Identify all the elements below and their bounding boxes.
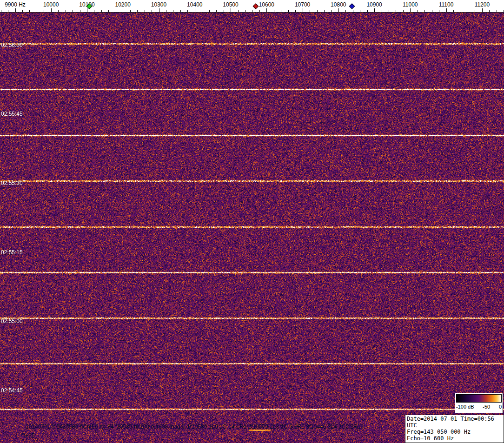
ruler-tick-label: 10500	[223, 1, 238, 8]
time-label: 02:55:30	[1, 180, 23, 186]
ruler-minor-tick	[453, 10, 454, 12]
info-date-time: Date=2014-07-01 Time=00:56 UTC	[407, 416, 502, 429]
ruler-minor-tick	[382, 10, 382, 12]
info-echo: Echo=10 600 Hz	[407, 435, 502, 442]
ruler-minor-tick	[80, 10, 80, 12]
ruler-minor-tick	[202, 10, 202, 12]
ruler-minor-tick	[22, 10, 23, 12]
ruler-minor-tick	[281, 10, 281, 12]
ruler-minor-tick	[37, 10, 37, 12]
ruler-minor-tick	[130, 10, 131, 12]
ruler-minor-tick	[367, 10, 368, 12]
ruler-minor-tick	[224, 10, 224, 12]
spectrogram-area: 02:56:0002:55:4502:55:3002:55:1502:55:00…	[0, 13, 504, 443]
ruler-minor-tick	[274, 10, 274, 12]
time-label: 02:54:45	[1, 387, 23, 394]
ruler-major-tick	[303, 8, 303, 12]
ruler-minor-tick	[331, 10, 332, 12]
ruler-minor-tick	[145, 10, 145, 12]
ruler-minor-tick	[389, 10, 389, 12]
time-label: 02:55:15	[1, 249, 23, 256]
ruler-minor-tick	[317, 10, 318, 12]
ruler-minor-tick	[353, 10, 353, 12]
ruler-tick-label: 10000	[43, 1, 59, 8]
ruler-minor-tick	[137, 10, 138, 12]
ruler-minor-tick	[8, 10, 8, 12]
ruler-minor-tick	[101, 10, 102, 12]
ruler-minor-tick	[360, 10, 360, 12]
time-label: 02:55:45	[1, 111, 23, 117]
ruler-minor-tick	[238, 10, 239, 12]
db-scale-legend: -100 dB -50 0	[455, 393, 503, 413]
time-label: 02:56:00	[1, 42, 23, 48]
ruler-minor-tick	[468, 10, 468, 12]
ruler-minor-tick	[94, 10, 94, 12]
ruler-minor-tick	[116, 10, 116, 12]
red-diamond-marker[interactable]	[253, 3, 259, 9]
ruler-minor-tick	[29, 10, 30, 12]
ruler-minor-tick	[166, 10, 166, 12]
ruler-minor-tick	[1, 10, 1, 12]
ruler-tick-label: 10400	[187, 1, 202, 8]
ruler-tick-label: 10300	[151, 1, 166, 8]
info-frequency: Freq=143 050 000 Hz	[407, 429, 502, 435]
legend-label-max: 0	[499, 404, 502, 410]
ruler-major-tick	[15, 8, 16, 12]
ruler-tick-label: 9900 Hz	[5, 1, 26, 8]
blue-diamond-marker[interactable]	[349, 3, 355, 9]
ruler-minor-tick	[259, 10, 260, 12]
ruler-tick-label: 10700	[295, 1, 310, 8]
ruler-major-tick	[195, 8, 195, 12]
ruler-major-tick	[123, 8, 123, 12]
ruler-major-tick	[266, 8, 267, 12]
ruler-minor-tick	[403, 10, 404, 12]
ruler-major-tick	[338, 8, 339, 12]
spectrogram-canvas[interactable]	[0, 13, 504, 443]
ruler-minor-tick	[180, 10, 181, 12]
ruler-minor-tick	[187, 10, 188, 12]
db-scale-labels: -100 dB -50 0	[456, 404, 502, 410]
ruler-minor-tick	[252, 10, 252, 12]
time-label: 02:55:00	[1, 318, 23, 324]
ruler-minor-tick	[310, 10, 310, 12]
ruler-tick-label: 11200	[475, 1, 490, 8]
ruler-tick-label: 10200	[115, 1, 131, 8]
ruler-minor-tick	[418, 10, 418, 12]
ruler-minor-tick	[424, 10, 425, 12]
detection-annotation: 20140701005435580 hCnt56 nb-84 f10589 hi…	[26, 423, 364, 430]
frequency-ruler[interactable]: 9900 Hz100001010010200103001040010500106…	[0, 0, 504, 13]
ruler-minor-tick	[152, 10, 152, 12]
ruler-tick-label: 10800	[331, 1, 346, 8]
ruler-minor-tick	[58, 10, 59, 12]
ruler-minor-tick	[245, 10, 245, 12]
ruler-minor-tick	[489, 10, 490, 12]
ruler-minor-tick	[461, 10, 461, 12]
ruler-minor-tick	[396, 10, 396, 12]
ruler-major-tick	[87, 8, 87, 12]
ruler-tick-label: 10900	[366, 1, 382, 8]
observation-info-box: Date=2014-07-01 Time=00:56 UTC Freq=143 …	[405, 415, 504, 443]
colormap-gradient	[456, 394, 502, 403]
ruler-tick-label: 11100	[439, 1, 454, 8]
ruler-tick-label: 11000	[403, 1, 418, 8]
ruler-major-tick	[482, 8, 483, 12]
ruler-minor-tick	[324, 10, 325, 12]
ruler-minor-tick	[66, 10, 66, 12]
ruler-minor-tick	[497, 10, 497, 12]
ruler-tick-label: 10600	[259, 1, 274, 8]
ruler-minor-tick	[288, 10, 289, 12]
ruler-minor-tick	[73, 10, 73, 12]
ruler-major-tick	[446, 8, 447, 12]
ruler-minor-tick	[216, 10, 217, 12]
ruler-major-tick	[374, 8, 375, 12]
ruler-minor-tick	[173, 10, 173, 12]
ruler-minor-tick	[108, 10, 109, 12]
ruler-major-tick	[410, 8, 411, 12]
cursor-label: ^t+35	[21, 432, 34, 439]
legend-label-mid: -50	[483, 404, 490, 410]
ruler-major-tick	[159, 8, 159, 12]
ruler-major-tick	[231, 8, 231, 12]
ruler-minor-tick	[44, 10, 44, 12]
ruler-minor-tick	[439, 10, 439, 12]
ruler-minor-tick	[432, 10, 432, 12]
